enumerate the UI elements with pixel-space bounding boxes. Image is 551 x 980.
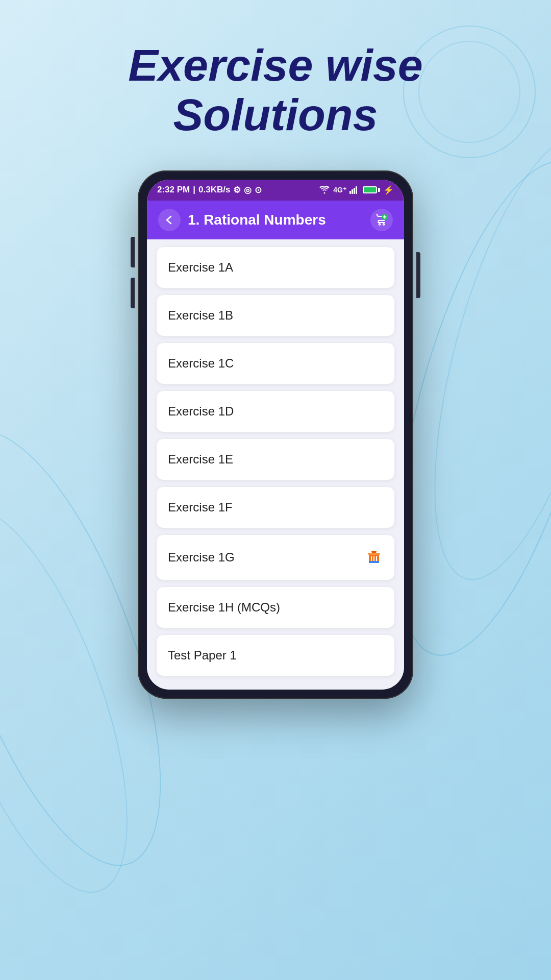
exercise-item-ex-1e[interactable]: Exercise 1E bbox=[156, 438, 395, 480]
svg-rect-11 bbox=[369, 561, 379, 563]
battery-body bbox=[363, 186, 377, 193]
exercise-item-ex-1a[interactable]: Exercise 1A bbox=[156, 247, 395, 288]
speed-display: | bbox=[193, 185, 195, 195]
exercise-label-ex-1g: Exercise 1G bbox=[168, 550, 235, 565]
exercise-label-ex-1b: Exercise 1B bbox=[168, 308, 233, 323]
exercise-item-ex-1b[interactable]: Exercise 1B bbox=[156, 295, 395, 336]
cart-button[interactable] bbox=[370, 209, 393, 231]
exercise-item-ex-1d[interactable]: Exercise 1D bbox=[156, 390, 395, 432]
vol-up-button bbox=[131, 237, 135, 267]
svg-rect-7 bbox=[371, 551, 377, 553]
exercise-list: Exercise 1AExercise 1BExercise 1CExercis… bbox=[147, 239, 404, 690]
exercise-label-ex-1d: Exercise 1D bbox=[168, 404, 234, 419]
phone-frame: 2:32 PM | 0.3KB/s ⚙ ◎ ⊙ 4G⁺ bbox=[138, 170, 413, 699]
power-button bbox=[416, 252, 420, 298]
time-display: 2:32 PM bbox=[157, 185, 190, 195]
network-icon: 4G⁺ bbox=[333, 186, 346, 194]
exercise-item-ex-1f[interactable]: Exercise 1F bbox=[156, 486, 395, 528]
exercise-item-ex-1c[interactable]: Exercise 1C bbox=[156, 342, 395, 384]
back-icon bbox=[164, 214, 175, 226]
exercise-label-ex-1f: Exercise 1F bbox=[168, 500, 233, 514]
exercise-label-ex-1e: Exercise 1E bbox=[168, 452, 233, 467]
exercise-label-ex-1h: Exercise 1H (MCQs) bbox=[168, 600, 280, 615]
exercise-item-ex-1g[interactable]: Exercise 1G bbox=[156, 534, 395, 580]
exercise-label-ex-1a: Exercise 1A bbox=[168, 260, 233, 275]
svg-rect-0 bbox=[349, 191, 351, 194]
app-header: 1. Rational Numbers bbox=[147, 201, 404, 239]
settings-icon: ⚙ bbox=[233, 185, 241, 195]
svg-rect-1 bbox=[352, 189, 353, 194]
page-title-section: Exercise wise Solutions bbox=[0, 0, 551, 170]
svg-rect-6 bbox=[368, 553, 380, 555]
exercise-label-ex-1c: Exercise 1C bbox=[168, 356, 234, 371]
cart-icon bbox=[375, 213, 388, 227]
svg-rect-2 bbox=[354, 188, 355, 194]
signal-icon bbox=[349, 186, 360, 194]
chapter-title: 1. Rational Numbers bbox=[188, 212, 370, 228]
back-button[interactable] bbox=[158, 209, 181, 231]
phone-screen: 2:32 PM | 0.3KB/s ⚙ ◎ ⊙ 4G⁺ bbox=[147, 180, 404, 690]
status-right: 4G⁺ ⚡ bbox=[319, 185, 394, 195]
svg-rect-3 bbox=[356, 186, 357, 194]
phone-mockup: 2:32 PM | 0.3KB/s ⚙ ◎ ⊙ 4G⁺ bbox=[138, 170, 413, 699]
circle-icon: ⊙ bbox=[255, 185, 262, 195]
vol-down-button bbox=[131, 278, 135, 308]
exercise-item-ex-1h[interactable]: Exercise 1H (MCQs) bbox=[156, 586, 395, 628]
wifi-icon bbox=[319, 186, 330, 194]
battery-tip bbox=[378, 188, 380, 192]
status-bar: 2:32 PM | 0.3KB/s ⚙ ◎ ⊙ 4G⁺ bbox=[147, 180, 404, 201]
exercise-item-test-paper-1[interactable]: Test Paper 1 bbox=[156, 634, 395, 676]
battery-percent: ⚡ bbox=[383, 185, 394, 195]
page-title: Exercise wise Solutions bbox=[0, 41, 551, 140]
target-icon: ◎ bbox=[244, 185, 252, 195]
data-speed: 0.3KB/s bbox=[198, 185, 230, 195]
exercise-label-test-paper-1: Test Paper 1 bbox=[168, 648, 237, 663]
status-left: 2:32 PM | 0.3KB/s ⚙ ◎ ⊙ bbox=[157, 185, 262, 195]
trash-icon-ex-1g[interactable] bbox=[365, 548, 383, 567]
battery-indicator bbox=[363, 186, 380, 193]
